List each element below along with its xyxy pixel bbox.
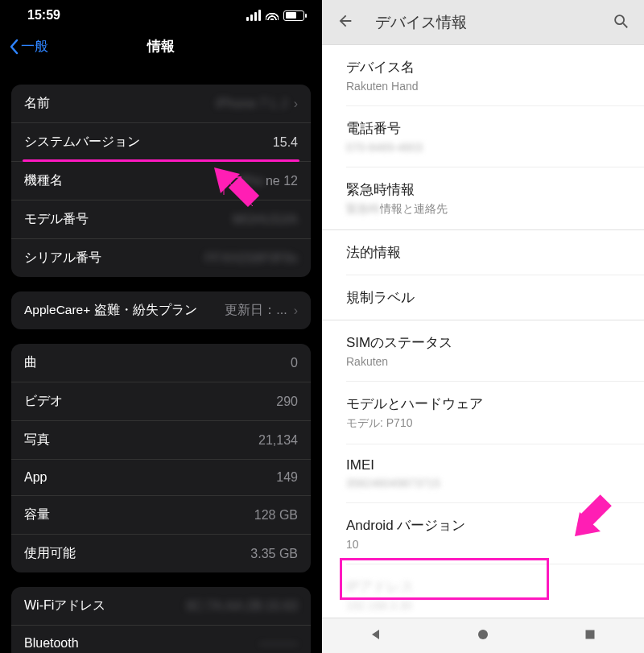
row-label: AppleCare+ 盗難・紛失プラン [24, 302, 197, 319]
row-photos: 写真 21,134 [11, 421, 311, 460]
row-value: 8C:7A:AA:2B:15:63 [186, 599, 298, 614]
row-label: システムバージョン [24, 134, 140, 151]
item-value: モデル: P710 [346, 416, 625, 431]
item-value: Rakuten [346, 355, 625, 368]
search-button[interactable] [612, 12, 630, 33]
network-card: Wi-Fiアドレス 8C:7A:AA:2B:15:63 Bluetooth ——… [11, 587, 311, 653]
item-label: IMEI [346, 457, 625, 473]
item-regulatory-labels[interactable]: 規制ラベル [346, 275, 644, 320]
row-name[interactable]: 名前 iPhone 7 L J › [11, 85, 311, 123]
item-label: 法的情報 [346, 243, 625, 262]
item-value: 358246049873715 [346, 477, 625, 490]
device-identity-card: 名前 iPhone 7 L J › システムバージョン 15.4 機種名 iPh… [11, 85, 311, 277]
ios-status-bar: 15:59 [0, 0, 322, 27]
row-value: 3.35 GB [250, 547, 298, 561]
svg-line-3 [623, 23, 627, 27]
item-ip-address[interactable]: IPアドレス 192.168.3.30 [346, 564, 644, 618]
item-emergency-info[interactable]: 緊急時情報 緊急時情報と連絡先 [346, 167, 644, 229]
item-label: モデルとハードウェア [346, 395, 625, 413]
triangle-back-icon [369, 628, 382, 641]
row-available: 使用可能 3.35 GB [11, 535, 311, 572]
item-label: 電話番号 [346, 119, 625, 138]
android-device-info-screen: デバイス情報 デバイス名 Rakuten Hand 電話番号 070-8489-… [322, 0, 644, 653]
item-label: IPアドレス [346, 577, 625, 596]
row-wifi-address: Wi-Fiアドレス 8C:7A:AA:2B:15:63 [11, 587, 311, 626]
nav-recents-button[interactable] [584, 628, 597, 644]
row-label: 曲 [24, 354, 37, 371]
section-identity: デバイス名 Rakuten Hand 電話番号 070-8489-4803 緊急… [322, 45, 644, 230]
row-songs: 曲 0 [11, 344, 311, 382]
ios-nav-bar: 一般 情報 [0, 27, 322, 70]
row-value: 0 [291, 356, 298, 370]
row-system-version[interactable]: システムバージョン 15.4 [11, 123, 311, 162]
circle-home-icon [477, 628, 489, 641]
row-label: Bluetooth [24, 636, 79, 651]
svg-point-2 [615, 15, 624, 24]
nav-back-button[interactable] [369, 628, 382, 644]
svg-rect-8 [586, 630, 595, 639]
square-recents-icon [584, 628, 597, 641]
row-bluetooth: Bluetooth ——— [11, 626, 311, 653]
row-value: 128 GB [254, 508, 298, 523]
item-label: Android バージョン [346, 516, 625, 535]
arrow-left-icon [336, 12, 354, 30]
row-value: FFXH2S8F0F8x [204, 251, 298, 266]
row-value-partial: ne 12 [266, 174, 298, 188]
chevron-left-icon [8, 39, 19, 55]
android-nav-bar [322, 618, 644, 653]
applecare-card: AppleCare+ 盗難・紛失プラン 更新日：... › [11, 291, 311, 329]
row-value: 15.4 [273, 135, 298, 150]
battery-icon [283, 10, 304, 21]
item-label: SIMのステータス [346, 333, 625, 352]
section-hardware: SIMのステータス Rakuten モデルとハードウェア モデル: P710 I… [322, 320, 644, 618]
row-label: 使用可能 [24, 545, 76, 562]
row-label: ビデオ [24, 393, 63, 410]
back-button[interactable]: 一般 [8, 37, 48, 56]
section-legal: 法的情報 規制ラベル [322, 230, 644, 320]
stats-card: 曲 0 ビデオ 290 写真 21,134 App 149 容量 128 GB … [11, 344, 311, 572]
back-button[interactable] [336, 12, 354, 33]
row-label: Wi-Fiアドレス [24, 597, 105, 614]
item-imei[interactable]: IMEI 358246049873715 [346, 444, 644, 503]
row-label: 写真 [24, 432, 50, 448]
item-android-version[interactable]: Android バージョン 10 [346, 503, 644, 564]
row-applecare[interactable]: AppleCare+ 盗難・紛失プラン 更新日：... › [11, 291, 311, 329]
row-model-number[interactable]: モデル番号 MGHU3J/A [11, 200, 311, 239]
nav-home-button[interactable] [477, 628, 489, 644]
item-phone-number[interactable]: 電話番号 070-8489-4803 [346, 106, 644, 167]
chevron-right-icon: › [294, 304, 298, 318]
row-value: 290 [276, 395, 298, 409]
row-value: 149 [276, 470, 298, 485]
row-value: 21,134 [258, 433, 298, 448]
row-value: MGHU3J/A [233, 213, 298, 227]
row-label: 名前 [24, 95, 50, 112]
row-label: App [24, 470, 47, 485]
android-app-bar: デバイス情報 [322, 0, 644, 45]
item-label: 緊急時情報 [346, 180, 625, 199]
back-label: 一般 [21, 37, 48, 56]
row-label: モデル番号 [24, 211, 89, 228]
row-serial-number[interactable]: シリアル番号 FFXH2S8F0F8x [11, 239, 311, 277]
search-icon [612, 12, 630, 30]
row-apps: App 149 [11, 460, 311, 496]
svg-point-7 [478, 630, 488, 639]
row-capacity: 容量 128 GB [11, 496, 311, 535]
row-label: 容量 [24, 506, 50, 523]
ios-device-info-screen: 15:59 一般 情報 名前 iPhone 7 L J › システムバージョン … [0, 0, 322, 653]
item-value: 10 [346, 538, 625, 551]
row-value: iPhone 7 L J [216, 97, 287, 111]
row-model-name[interactable]: 機種名 iPhone 12 [11, 162, 311, 200]
status-time: 15:59 [27, 8, 60, 23]
row-value: ——— [259, 636, 298, 651]
svg-marker-6 [372, 630, 379, 639]
item-sim-status[interactable]: SIMのステータス Rakuten [346, 320, 644, 382]
item-model-hardware[interactable]: モデルとハードウェア モデル: P710 [346, 382, 644, 444]
item-legal-info[interactable]: 法的情報 [346, 230, 644, 275]
item-value: Rakuten Hand [346, 80, 625, 93]
page-title: 情報 [147, 37, 175, 56]
item-device-name[interactable]: デバイス名 Rakuten Hand [346, 45, 644, 106]
row-label: シリアル番号 [24, 250, 101, 267]
chevron-right-icon: › [294, 97, 298, 111]
row-videos: ビデオ 290 [11, 382, 311, 421]
item-label: デバイス名 [346, 58, 625, 76]
